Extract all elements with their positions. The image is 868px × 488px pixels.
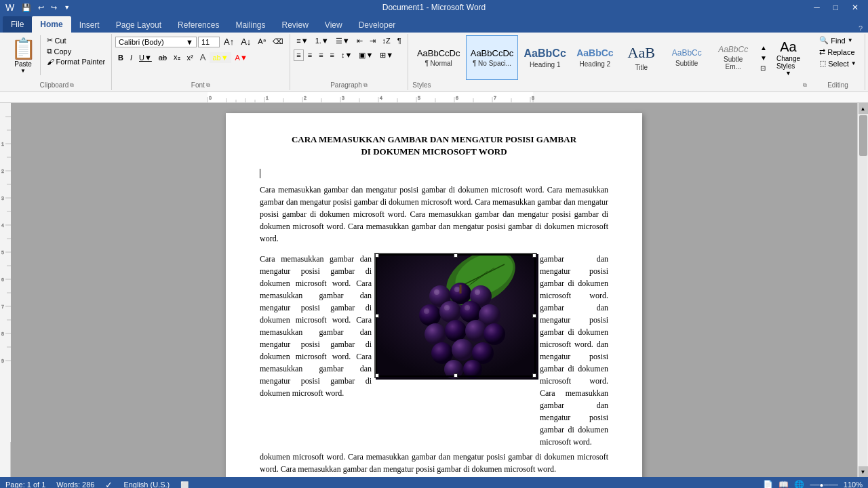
style-title[interactable]: AaB Title [619,35,663,80]
text-below-image: dokumen microsoft word. Cara memasukkan … [260,451,608,475]
language-status[interactable]: English (U.S.) [123,481,170,488]
shrink-font-button[interactable]: A↓ [238,35,254,48]
view-reading-icon[interactable]: 📖 [778,480,789,488]
select-label: Select [828,60,849,68]
font-size-box[interactable]: 11 [198,37,220,47]
change-case-button[interactable]: Aᵃ [255,36,268,47]
style-subtle-em-label: Subtle Em... [715,56,751,70]
borders-button[interactable]: ⊞▼ [377,49,396,61]
qat-undo[interactable]: ↩ [36,3,46,13]
find-icon: 🔍 [819,36,829,45]
paste-button[interactable]: 📋 Paste ▼ [7,35,41,75]
svg-text:7: 7 [1,304,4,309]
decrease-indent-button[interactable]: ⇤ [354,35,366,47]
page-status[interactable]: Page: 1 of 1 [5,481,45,488]
tab-references[interactable]: References [170,18,227,33]
maximize-button[interactable]: □ [829,3,842,12]
paragraph-1[interactable]: Cara memasukkan gambar dan mengatur posi… [260,184,608,245]
numbering-button[interactable]: 1.▼ [313,35,332,47]
style-normal[interactable]: AaBbCcDc ¶ Normal [412,35,465,80]
qat-redo[interactable]: ↪ [49,3,59,13]
align-right-button[interactable]: ≡ [316,49,326,61]
font-expand-icon[interactable]: ⧉ [206,82,210,89]
justify-button[interactable]: ≡ [328,49,337,61]
style-subtitle[interactable]: AaBbCc Subtitle [665,35,709,80]
clear-format-button[interactable]: ⌫ [270,36,286,47]
tab-page-layout[interactable]: Page Layout [108,18,170,33]
scroll-down-button[interactable]: ▼ [859,466,868,477]
document-scroll-area[interactable]: CARA MEMASUKKAN GAMBAR DAN MENGATUR POSI… [11,103,857,477]
find-button[interactable]: 🔍 Find ▼ [817,35,854,45]
show-marks-button[interactable]: ¶ [395,35,404,47]
italic-button[interactable]: I [127,52,135,63]
ribbon-help[interactable]: ? [859,24,863,33]
bullets-button[interactable]: ≡▼ [294,35,311,47]
title-bar-left: W 💾 ↩ ↪ ▼ [5,2,72,13]
style-subtle-em[interactable]: AaBbCc Subtle Em... [710,35,756,80]
paragraph-expand-icon[interactable]: ⧉ [363,82,368,89]
scroll-thumb[interactable] [859,115,867,156]
styles-up-arrow[interactable]: ▲ [759,43,768,53]
styles-down-arrow[interactable]: ▼ [759,53,768,63]
format-painter-button[interactable]: 🖌 Format Painter [45,57,108,66]
spell-check-icon[interactable]: ✓ [105,480,113,489]
clipboard-expand-icon[interactable]: ⧉ [70,82,74,89]
qat-save[interactable]: 💾 [20,3,33,13]
cut-button[interactable]: ✂ Cut [45,35,108,45]
word-count[interactable]: Words: 286 [56,481,94,488]
style-no-spacing[interactable]: AaBbCcDc ¶ No Spaci... [466,35,518,80]
tab-developer[interactable]: Developer [351,18,404,33]
tab-mailings[interactable]: Mailings [227,18,273,33]
style-heading2[interactable]: AaBbCc Heading 2 [572,35,618,80]
view-web-icon[interactable]: 🌐 [794,480,804,488]
tab-view[interactable]: View [317,18,351,33]
replace-button[interactable]: ⇄ Replace [817,47,856,57]
font-name-box[interactable]: Calibri (Body) ▼ [115,37,197,47]
select-button[interactable]: ⬚ Select ▼ [817,58,859,68]
sort-button[interactable]: ↕Z [380,35,393,47]
text-highlight-button[interactable]: ab▼ [210,52,231,63]
scroll-track[interactable] [859,114,867,466]
qat-customize[interactable]: ▼ [62,3,72,12]
tab-home[interactable]: Home [32,16,71,33]
grape-image-container[interactable] [374,253,537,378]
change-styles-button[interactable]: Aa ChangeStyles ▼ [770,37,807,79]
copy-button[interactable]: ⧉ Copy [45,46,108,56]
shading-button[interactable]: ▣▼ [356,49,376,61]
tab-insert[interactable]: Insert [71,18,108,33]
editing-controls: 🔍 Find ▼ ⇄ Replace ⬚ Select ▼ [817,35,859,80]
align-center-button[interactable]: ≡ [305,49,315,61]
bold-button[interactable]: B [115,52,126,63]
minimize-button[interactable]: ─ [810,3,824,12]
grow-font-button[interactable]: A↑ [221,35,237,48]
close-button[interactable]: ✕ [848,3,863,12]
styles-more-arrow[interactable]: ⊡ [759,63,768,73]
font-name-dropdown-icon: ▼ [186,38,193,46]
subscript-button[interactable]: x₂ [171,52,183,63]
window-controls: ─ □ ✕ [810,3,863,12]
style-heading1[interactable]: AaBbCc Heading 1 [519,35,571,80]
status-left: Page: 1 of 1 Words: 286 ✓ English (U.S.)… [5,480,189,489]
tab-review[interactable]: Review [273,18,316,33]
view-normal-icon[interactable]: 📄 [763,480,773,488]
font-color-button[interactable]: A▼ [233,52,250,63]
scroll-up-button[interactable]: ▲ [859,103,868,114]
svg-point-71 [439,301,461,323]
strikethrough-button[interactable]: ab [156,52,170,63]
styles-expand-icon[interactable]: ⧉ [803,82,807,89]
align-left-button[interactable]: ≡ [294,49,303,61]
increase-indent-button[interactable]: ⇥ [367,35,378,47]
tab-file[interactable]: File [3,16,32,33]
superscript-button[interactable]: x² [184,52,196,63]
track-changes-icon: ⬜ [180,481,189,489]
paste-dropdown-icon[interactable]: ▼ [20,68,26,74]
text-effects-button[interactable]: A [197,51,209,64]
underline-button[interactable]: U▼ [136,52,155,63]
svg-text:5: 5 [418,96,420,100]
zoom-slider[interactable]: ──●─── [810,481,837,489]
left-margin-ruler: 1 2 3 4 5 6 7 8 [0,103,11,477]
svg-text:7: 7 [494,96,496,100]
line-spacing-button[interactable]: ↕▼ [338,49,355,61]
multilevel-list-button[interactable]: ☰▼ [333,35,353,47]
zoom-level[interactable]: 110% [844,481,863,488]
